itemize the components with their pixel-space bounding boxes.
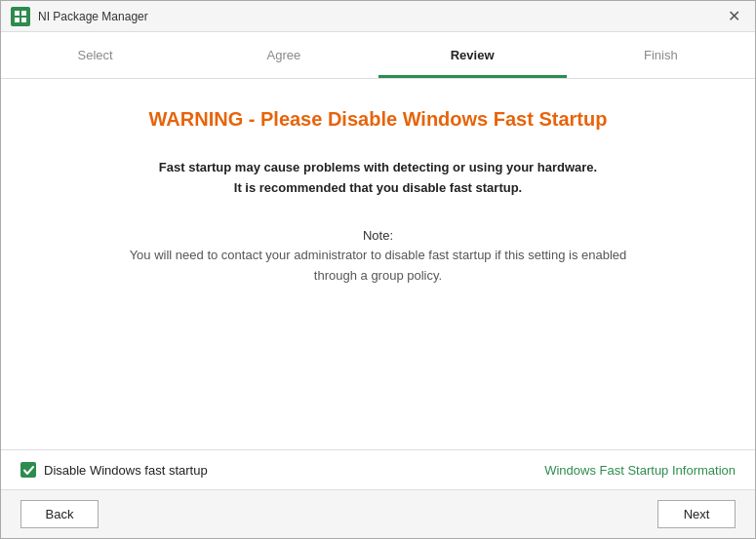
footer: Back Next: [1, 489, 755, 538]
app-icon: [11, 7, 30, 26]
back-button[interactable]: Back: [20, 500, 99, 528]
bottom-area: Disable Windows fast startup Windows Fas…: [1, 449, 755, 489]
svg-rect-0: [15, 11, 20, 16]
checkbox-row: Disable Windows fast startup: [20, 462, 208, 478]
main-content: WARNING - Please Disable Windows Fast St…: [1, 79, 755, 449]
next-button[interactable]: Next: [657, 500, 736, 528]
step-review: Review: [378, 32, 567, 78]
svg-rect-3: [21, 18, 26, 22]
app-window: NI Package Manager ✕ Select Agree Review…: [0, 0, 756, 539]
note-label: Note:: [363, 228, 393, 243]
step-agree: Agree: [189, 32, 378, 78]
warning-title: WARNING - Please Disable Windows Fast St…: [40, 108, 716, 131]
info-link[interactable]: Windows Fast Startup Information: [544, 463, 736, 478]
svg-rect-2: [15, 18, 20, 22]
close-button[interactable]: ✕: [722, 5, 745, 28]
app-title: NI Package Manager: [38, 10, 722, 23]
disable-startup-checkbox[interactable]: [20, 462, 36, 478]
note-section: Note: You will need to contact your admi…: [40, 226, 716, 287]
checkbox-label: Disable Windows fast startup: [44, 463, 208, 478]
svg-rect-1: [21, 11, 26, 16]
title-bar: NI Package Manager ✕: [1, 1, 755, 32]
main-message: Fast startup may cause problems with det…: [40, 158, 716, 199]
step-finish: Finish: [567, 32, 755, 78]
step-select: Select: [1, 32, 189, 78]
note-text: You will need to contact your administra…: [130, 248, 627, 283]
wizard-steps: Select Agree Review Finish: [1, 32, 755, 79]
